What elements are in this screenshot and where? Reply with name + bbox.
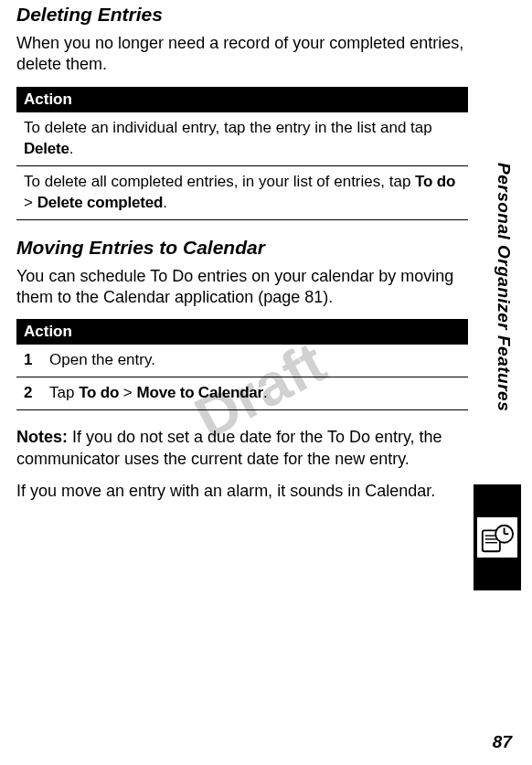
text: > [119, 384, 136, 401]
organizer-icon-block [473, 484, 521, 590]
action-cell: To delete all completed entries, in your… [16, 165, 468, 219]
ui-label-todo: To do [415, 173, 455, 190]
table-header-action: Action [16, 87, 468, 112]
table-row: To delete an individual entry, tap the e… [16, 112, 468, 165]
table-header-row: Action [16, 319, 468, 345]
text: To delete an individual entry, tap the e… [24, 119, 432, 136]
text: Tap [49, 384, 79, 401]
table-row: 1 Open the entry. [16, 345, 468, 377]
notes-text: If you do not set a due date for the To … [16, 428, 442, 467]
text: . [163, 194, 167, 211]
svg-point-4 [495, 526, 513, 543]
para-moving-intro: You can schedule To Do entries on your c… [16, 266, 472, 309]
main-content: Deleting Entries When you no longer need… [16, 4, 472, 513]
text: To delete all completed entries, in your… [24, 173, 415, 190]
ui-label-delete: Delete [24, 140, 69, 157]
table-header-action: Action [16, 319, 468, 345]
heading-moving-entries: Moving Entries to Calendar [16, 237, 472, 259]
step-text: Open the entry. [42, 345, 468, 377]
table-moving-actions: Action 1 Open the entry. 2 Tap To do > M… [16, 319, 468, 410]
step-number: 2 [16, 377, 42, 410]
notes-label: Notes: [16, 428, 68, 446]
text: > [24, 194, 37, 211]
table-deleting-actions: Action To delete an individual entry, ta… [16, 87, 468, 220]
para-alarm: If you move an entry with an alarm, it s… [16, 481, 472, 502]
para-deleting-intro: When you no longer need a record of your… [16, 33, 472, 76]
step-number: 1 [16, 345, 42, 377]
step-text: Tap To do > Move to Calendar. [42, 377, 468, 410]
heading-deleting-entries: Deleting Entries [16, 4, 472, 26]
table-header-row: Action [16, 87, 468, 112]
ui-label-delete-completed: Delete completed [37, 194, 164, 211]
text: . [69, 140, 74, 157]
table-row: 2 Tap To do > Move to Calendar. [16, 377, 468, 410]
table-row: To delete all completed entries, in your… [16, 165, 468, 219]
organizer-clock-icon [477, 517, 517, 558]
sidebar-chapter-title: Personal Organizer Features [494, 163, 514, 411]
text: . [263, 384, 268, 401]
para-notes: Notes: If you do not set a due date for … [16, 427, 455, 470]
action-cell: To delete an individual entry, tap the e… [16, 112, 468, 165]
ui-label-todo: To do [79, 384, 119, 401]
ui-label-move-to-calendar: Move to Calendar [137, 384, 264, 401]
page-number: 87 [493, 732, 512, 752]
